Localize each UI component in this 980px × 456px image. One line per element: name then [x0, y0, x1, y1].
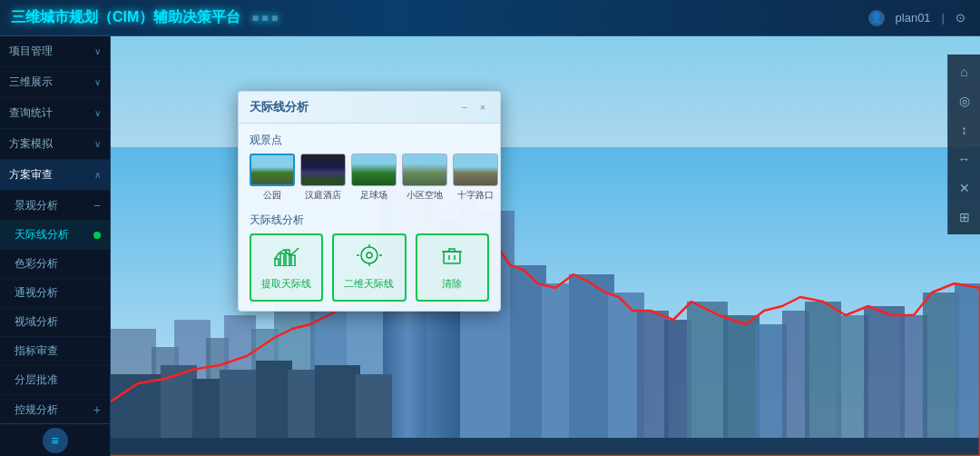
- sidebar-item-layer-approve[interactable]: 分层批准: [0, 366, 110, 395]
- map-viewport[interactable]: ⌂ ◎ ↕ ↔ ✕ ⊞ 天际线分析 − × 观景点 公园 汉庭酒店: [111, 36, 980, 456]
- viewpoint-residential[interactable]: 小区空地: [402, 154, 447, 202]
- sidebar-item-landscape[interactable]: 景观分析 −: [0, 191, 110, 221]
- username: plan01: [896, 11, 931, 25]
- skyline-buttons: 提取天际线 二维天际线: [250, 233, 489, 302]
- svg-rect-29: [955, 283, 980, 456]
- svg-rect-24: [805, 302, 841, 456]
- viewpoint-label-hotel: 汉庭酒店: [305, 189, 341, 202]
- sidebar-bottom: ≡: [0, 423, 110, 456]
- dialog-minimize-button[interactable]: −: [458, 101, 471, 114]
- user-icon: 👤: [868, 10, 885, 26]
- header-right: 👤 plan01 | ⊙: [868, 10, 980, 26]
- sidebar-item-visibility[interactable]: 通视分析: [0, 279, 110, 308]
- sidebar-item-project[interactable]: 项目管理 ∨: [0, 36, 110, 67]
- svg-rect-16: [569, 274, 614, 456]
- skyline-analysis-dialog: 天际线分析 − × 观景点 公园 汉庭酒店 足球场: [238, 91, 501, 312]
- viewpoint-label-park: 公园: [263, 189, 281, 202]
- sidebar-item-indicator[interactable]: 指标审查: [0, 337, 110, 366]
- app-title: 三维城市规划（CIM）辅助决策平台 ■ ■ ■: [0, 8, 278, 27]
- sidebar-item-skyline[interactable]: 天际线分析: [0, 221, 110, 250]
- 2d-skyline-icon: [357, 244, 382, 272]
- sidebar-item-query[interactable]: 查询统计 ∨: [0, 98, 110, 129]
- svg-rect-40: [280, 253, 284, 266]
- svg-point-44: [367, 253, 372, 258]
- home-button[interactable]: ⌂: [951, 58, 978, 85]
- svg-rect-14: [510, 265, 546, 456]
- svg-rect-21: [723, 315, 760, 456]
- viewpoint-football[interactable]: 足球场: [351, 154, 397, 202]
- extract-skyline-label: 提取天际线: [261, 277, 311, 291]
- sidebar-arrow: ∨: [94, 108, 101, 118]
- sidebar: 项目管理 ∨ 三维展示 ∨ 查询统计 ∨ 方案模拟 ∨ 方案审查 ∧ 景观分析 …: [0, 36, 111, 456]
- title-dots: ■ ■ ■: [252, 12, 278, 25]
- sidebar-arrow: ∨: [94, 139, 101, 149]
- dialog-title: 天际线分析: [250, 99, 309, 115]
- sidebar-arrow: ∧: [94, 170, 101, 180]
- fullscreen-button[interactable]: ✕: [951, 174, 978, 202]
- viewpoint-label-football: 足球场: [360, 189, 387, 202]
- vertical-pan-button[interactable]: ↕: [951, 116, 978, 144]
- viewpoint-thumb-football: [351, 154, 397, 186]
- svg-rect-26: [864, 306, 905, 456]
- svg-rect-25: [837, 315, 868, 456]
- svg-rect-15: [542, 283, 573, 456]
- sidebar-label: 天际线分析: [15, 228, 69, 242]
- svg-rect-22: [755, 324, 787, 456]
- layer-button[interactable]: ⊞: [951, 203, 978, 231]
- sidebar-label: 方案模拟: [9, 136, 53, 152]
- sidebar-label: 三维展示: [9, 74, 53, 90]
- svg-rect-49: [444, 252, 460, 263]
- compass-button[interactable]: ◎: [951, 87, 978, 114]
- svg-rect-39: [275, 259, 279, 266]
- clear-label: 清除: [442, 277, 462, 291]
- extract-icon: [273, 244, 300, 272]
- title-text: 三维城市规划（CIM）辅助决策平台: [11, 9, 240, 25]
- svg-rect-28: [923, 292, 959, 456]
- viewpoint-thumb-park: [250, 154, 295, 186]
- viewpoint-hotel[interactable]: 汉庭酒店: [300, 154, 346, 202]
- sidebar-item-viewshed[interactable]: 视域分析: [0, 308, 110, 337]
- svg-rect-20: [687, 302, 728, 456]
- map-toolbar: ⌂ ◎ ↕ ↔ ✕ ⊞: [947, 55, 980, 234]
- dialog-header: 天际线分析 − ×: [239, 92, 500, 124]
- viewpoint-label-intersection: 十字路口: [457, 189, 494, 202]
- viewpoint-thumb-hotel: [300, 154, 346, 186]
- header-separator: |: [942, 11, 945, 25]
- dialog-controls: − ×: [458, 101, 489, 114]
- svg-rect-38: [111, 438, 980, 456]
- extract-skyline-button[interactable]: 提取天际线: [250, 233, 323, 302]
- dialog-close-button[interactable]: ×: [476, 101, 489, 114]
- viewpoints-list: 公园 汉庭酒店 足球场 小区空地 十字路口: [250, 154, 489, 202]
- clear-button[interactable]: 清除: [416, 233, 489, 302]
- viewpoint-intersection[interactable]: 十字路口: [453, 154, 498, 202]
- svg-rect-18: [637, 311, 669, 456]
- svg-point-43: [361, 247, 377, 263]
- sidebar-item-color[interactable]: 色彩分析: [0, 250, 110, 279]
- sidebar-toggle-button[interactable]: ≡: [43, 428, 68, 453]
- sidebar-item-3d-display[interactable]: 三维展示 ∨: [0, 67, 110, 98]
- dialog-body: 观景点 公园 汉庭酒店 足球场 小区空地: [239, 124, 500, 311]
- viewpoint-label-residential: 小区空地: [407, 189, 443, 202]
- viewpoints-label: 观景点: [250, 133, 489, 148]
- header-menu-icon[interactable]: ⊙: [956, 11, 965, 25]
- menu-icon: ≡: [51, 433, 58, 448]
- sidebar-label: 控规分析: [15, 403, 58, 417]
- svg-rect-42: [291, 255, 295, 266]
- app-header: 三维城市规划（CIM）辅助决策平台 ■ ■ ■ 👤 plan01 | ⊙: [0, 0, 980, 36]
- horizontal-pan-button[interactable]: ↔: [951, 145, 978, 173]
- sidebar-item-zoning[interactable]: 控规分析 +: [0, 395, 110, 425]
- sidebar-arrow: ∨: [94, 46, 101, 56]
- sidebar-item-review[interactable]: 方案审查 ∧: [0, 160, 110, 191]
- sidebar-plus-icon: +: [93, 402, 101, 417]
- sidebar-label: 查询统计: [9, 105, 53, 121]
- 2d-skyline-label: 二维天际线: [344, 277, 394, 291]
- viewpoint-park[interactable]: 公园: [250, 154, 295, 202]
- sidebar-label: 景观分析: [15, 199, 58, 213]
- clear-icon: [441, 244, 463, 272]
- 2d-skyline-button[interactable]: 二维天际线: [332, 233, 406, 302]
- active-dot: [93, 232, 101, 239]
- sidebar-item-simulation[interactable]: 方案模拟 ∨: [0, 129, 110, 160]
- sidebar-label: 分层批准: [15, 373, 58, 387]
- viewpoint-thumb-residential: [402, 154, 447, 186]
- sidebar-label: 指标审查: [15, 344, 58, 358]
